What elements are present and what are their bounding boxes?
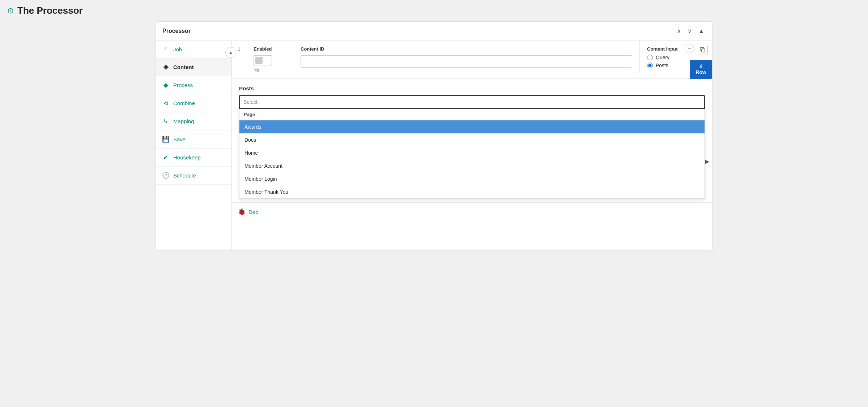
sidebar-item-label-save: Save xyxy=(173,136,186,142)
panel-header: Processor ∧ ∨ ▲ xyxy=(156,22,712,40)
debug-icon: 🐞 xyxy=(238,208,246,216)
sidebar-item-label-mapping: Mapping xyxy=(173,118,194,124)
chevron-up-button[interactable]: ∧ xyxy=(675,27,682,35)
sidebar-item-process[interactable]: ◆ Process xyxy=(156,76,231,94)
radio-query[interactable]: Query xyxy=(647,55,705,60)
debug-section[interactable]: 🐞 Deb xyxy=(232,202,712,221)
sidebar-item-label-job: Job xyxy=(173,46,182,52)
sidebar-item-label-schedule: Schedule xyxy=(173,172,196,179)
posts-section: Posts Page Awards Docs Home Member Accou… xyxy=(232,79,712,202)
dropdown-item-member-login[interactable]: Member Login xyxy=(239,172,705,185)
panel-body: ≡ Job ◈ Content ◆ Process ⊲ Combine ↳ Ma… xyxy=(156,40,712,250)
content-icon: ◈ xyxy=(162,63,170,71)
sidebar-item-label-combine: Combine xyxy=(173,100,195,106)
housekeep-icon: ✔ xyxy=(162,154,170,161)
dropdown-item-awards[interactable]: Awards xyxy=(239,120,705,133)
sidebar-item-save[interactable]: 💾 Save xyxy=(156,130,231,149)
sidebar-item-label-housekeep: Housekeep xyxy=(173,154,201,160)
radio-posts-input[interactable] xyxy=(647,63,653,68)
sidebar-item-job[interactable]: ≡ Job xyxy=(156,40,231,58)
dropdown-group-header: Page xyxy=(239,109,705,120)
sidebar-item-label-process: Process xyxy=(173,82,193,88)
sidebar-item-housekeep[interactable]: ✔ Housekeep xyxy=(156,149,231,167)
panel-header-controls: ∧ ∨ ▲ xyxy=(675,27,706,35)
main-panel: Processor ∧ ∨ ▲ ≡ Job ◈ Content ◆ Proces… xyxy=(156,21,712,250)
app-title: The Processor xyxy=(17,5,83,16)
sidebar-item-schedule[interactable]: 🕐 Schedule xyxy=(156,167,231,185)
field-enabled: Enabled No xyxy=(246,40,293,78)
radio-query-label: Query xyxy=(656,55,669,60)
panel-title: Processor xyxy=(162,28,191,34)
job-icon: ≡ xyxy=(162,46,170,53)
sidebar-collapse-button[interactable]: ▲ xyxy=(225,47,236,58)
enabled-toggle[interactable] xyxy=(254,55,272,65)
save-icon: 💾 xyxy=(162,136,170,143)
dropdown-item-docs[interactable]: Docs xyxy=(239,133,705,146)
sidebar: ≡ Job ◈ Content ◆ Process ⊲ Combine ↳ Ma… xyxy=(156,40,232,250)
chevron-down-button[interactable]: ∨ xyxy=(686,27,693,35)
content-id-label: Content ID xyxy=(301,46,632,52)
select-input-container: Page Awards Docs Home Member Account Mem… xyxy=(239,95,705,199)
sidebar-item-label-content: Content xyxy=(173,64,194,70)
field-content-id: Content ID xyxy=(293,40,640,73)
toggle-label-text: No xyxy=(254,68,259,73)
sidebar-item-content[interactable]: ◈ Content xyxy=(156,58,231,76)
content-area: ▲ 1 Enabled xyxy=(232,40,712,250)
posts-dropdown: Page Awards Docs Home Member Account Mem… xyxy=(239,109,705,199)
combine-icon: ⊲ xyxy=(162,99,170,107)
dropdown-item-home[interactable]: Home xyxy=(239,146,705,159)
form-area: 1 Enabled No xyxy=(232,40,712,202)
toggle-container: No xyxy=(254,55,286,73)
posts-label: Posts xyxy=(239,85,705,91)
sidebar-item-mapping[interactable]: ↳ Mapping xyxy=(156,112,231,130)
radio-query-input[interactable] xyxy=(647,55,653,60)
app-logo-icon: ⊙ xyxy=(7,6,14,16)
add-row-button[interactable]: d Row xyxy=(690,60,712,79)
sidebar-item-combine[interactable]: ⊲ Combine xyxy=(156,94,231,112)
content-id-input[interactable] xyxy=(301,55,632,68)
mapping-icon: ↳ xyxy=(162,117,170,125)
expand-right-button[interactable]: ▶ xyxy=(702,157,712,166)
remove-row-button[interactable]: − xyxy=(685,44,694,53)
dropdown-item-member-account[interactable]: Member Account xyxy=(239,159,705,172)
enabled-label: Enabled xyxy=(254,46,286,52)
form-row: 1 Enabled No xyxy=(232,40,712,79)
app-header: ⊙ The Processor xyxy=(0,0,868,21)
posts-search-input[interactable] xyxy=(239,95,705,109)
content-input-label: Content Input xyxy=(647,46,705,52)
debug-label: Deb xyxy=(248,209,259,215)
process-icon: ◆ xyxy=(162,81,170,89)
dropdown-item-member-thank-you[interactable]: Member Thank You xyxy=(239,185,705,198)
schedule-icon: 🕐 xyxy=(162,172,170,179)
toggle-knob xyxy=(255,57,263,64)
collapse-button[interactable]: ▲ xyxy=(697,27,706,35)
radio-posts-label: Posts xyxy=(656,63,668,68)
form-fields: Enabled No Content ID xyxy=(246,40,712,78)
